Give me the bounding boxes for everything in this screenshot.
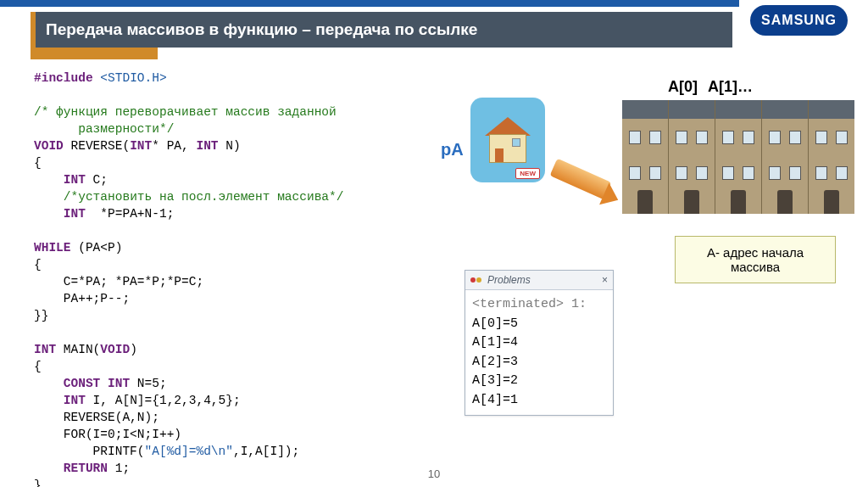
- problems-tab-label: Problems: [487, 274, 531, 286]
- slide-title-bar: Передача массивов в функцию – передача п…: [31, 12, 732, 48]
- problems-tab[interactable]: Problems ×: [465, 271, 613, 290]
- output-row: A[2]=3: [472, 353, 606, 372]
- ide-problems-panel: Problems × <terminated> 1: A[0]=5 A[1]=4…: [465, 270, 614, 416]
- output-row: A[0]=5: [472, 315, 606, 334]
- terminated-label: <terminated> 1:: [472, 295, 606, 315]
- samsung-logo: SAMSUNG: [750, 5, 848, 36]
- top-stripe: [0, 0, 739, 7]
- pointer-arrow-icon: [551, 158, 619, 199]
- slide-title: Передача массивов в функцию – передача п…: [46, 20, 477, 39]
- array-townhouses-illustration: [622, 100, 854, 214]
- label-a1: A[1]…: [708, 78, 753, 96]
- array-index-labels: A[0] A[1]…: [668, 78, 753, 96]
- problems-icon: [470, 274, 482, 286]
- page-number: 10: [428, 467, 440, 480]
- note-array-address: A- адрес начала массива: [675, 236, 836, 283]
- house-icon: [485, 117, 531, 163]
- output-row: A[3]=2: [472, 372, 606, 391]
- new-badge: NEW: [515, 168, 540, 179]
- house-icon-card: NEW: [470, 98, 545, 182]
- output-row: A[1]=4: [472, 333, 606, 353]
- accent-stripe: [31, 48, 158, 59]
- close-icon[interactable]: ×: [602, 274, 608, 286]
- pointer-pA-label: pA: [441, 140, 464, 160]
- problems-output: <terminated> 1: A[0]=5 A[1]=4 A[2]=3 A[3…: [465, 290, 613, 415]
- label-a0: A[0]: [668, 78, 698, 96]
- output-row: A[4]=1: [472, 391, 606, 411]
- code-listing: #include <STDIO.H> /* функция переворачи…: [34, 70, 432, 487]
